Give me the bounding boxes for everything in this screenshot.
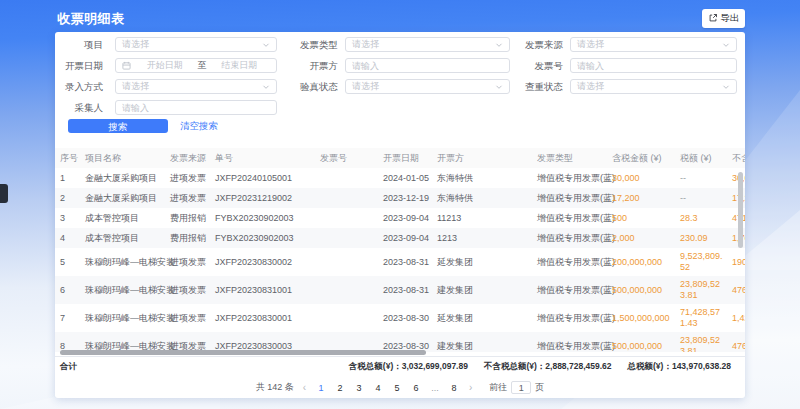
invoice-number-input[interactable] <box>577 61 730 71</box>
page-button[interactable]: 5 <box>391 383 403 393</box>
horizontal-scrollbar-thumb[interactable] <box>60 350 426 355</box>
invoice-type-select[interactable]: 请选择 <box>345 37 510 52</box>
cell-issuer: 建发集团 <box>437 332 537 352</box>
pagination-pages: 123456...8 <box>315 383 460 393</box>
cell-project: 珠穆朗玛峰—电梯安装 <box>85 276 170 304</box>
cell-issuer: 东海特供 <box>437 168 537 188</box>
table-header-row: 序号 项目名称 发票来源 单号 发票号 开票日期 开票方 发票类型 含税金额 (… <box>55 148 745 168</box>
cell-issuer: 延发集团 <box>437 304 537 332</box>
filter-label-invoice-type: 发票类型 <box>285 37 338 52</box>
date-range-separator: 至 <box>196 59 209 72</box>
chevron-down-icon <box>722 41 730 49</box>
invoice-source-select[interactable]: 请选择 <box>570 37 737 52</box>
entry-method-select[interactable]: 请选择 <box>115 79 277 94</box>
table-row: 7珠穆朗玛峰—电梯安装进项发票JXFP202308300012023-08-30… <box>55 304 745 332</box>
col-header-amount-with-tax: 含税金额 (¥) <box>612 148 680 168</box>
cell-project: 金融大厦采购项目 <box>85 188 170 208</box>
cell-invoice_no <box>320 248 383 276</box>
export-button-label: 导出 <box>721 12 740 25</box>
filter-label-verify-status: 验真状态 <box>285 79 338 94</box>
table-row: 2金融大厦采购项目进项发票JXFP202312190022023-12-19东海… <box>55 188 745 208</box>
next-page-button[interactable]: › <box>467 382 474 393</box>
chevron-down-icon <box>495 41 503 49</box>
filter-label-dup-check-status: 查重状态 <box>510 79 563 94</box>
goto-page-input[interactable] <box>511 381 531 394</box>
cell-tax: 23,809,523.81 <box>680 276 732 304</box>
sidebar-collapse-handle[interactable] <box>0 184 8 203</box>
cell-source: 进项发票 <box>170 168 215 188</box>
cell-invoice_no <box>320 304 383 332</box>
cell-source: 进项发票 <box>170 248 215 276</box>
cell-tax: 28.3 <box>680 208 732 228</box>
collector-input-wrap <box>115 100 277 115</box>
pagination: 共 142 条 ‹ 123456...8 › 前往 页 <box>55 377 745 398</box>
cell-tax: 71,428,571.43 <box>680 304 732 332</box>
end-date-placeholder: 结束日期 <box>209 59 271 72</box>
table-row: 6珠穆朗玛峰—电梯安装进项发票JXFP202308310012023-08-31… <box>55 276 745 304</box>
calendar-icon <box>122 61 131 70</box>
cell-date: 2023-08-31 <box>383 276 437 304</box>
cell-order_no: JXFP20230830003 <box>215 332 320 352</box>
cell-type: 增值税专用发票(蓝) <box>537 276 612 304</box>
filter-label-invoice-number: 发票号 <box>510 58 563 73</box>
summary-row: 合计 含税总额(¥)：3,032,699,097.89 不含税总额(¥)：2,8… <box>55 356 745 377</box>
cell-amount_with_tax: 500,000,000 <box>612 332 680 352</box>
cell-order_no: FYBX20230902003 <box>215 228 320 248</box>
cell-tax: 230.09 <box>680 228 732 248</box>
cell-date: 2023-08-30 <box>383 332 437 352</box>
collector-input[interactable] <box>122 103 270 113</box>
cell-amount_without_tax: 190,476,190.48 <box>732 248 745 276</box>
project-select[interactable]: 请选择 <box>115 37 277 52</box>
cell-order_no: JXFP20231219002 <box>215 188 320 208</box>
cell-no: 7 <box>55 304 85 332</box>
clear-search-button[interactable]: 清空搜索 <box>180 119 218 133</box>
cell-order_no: JXFP20240105001 <box>215 168 320 188</box>
issuer-input-wrap <box>345 58 510 73</box>
page-button[interactable]: 2 <box>334 383 346 393</box>
prev-page-button[interactable]: ‹ <box>301 382 308 393</box>
page-button[interactable]: 1 <box>315 383 327 393</box>
cell-source: 进项发票 <box>170 304 215 332</box>
issuer-input[interactable] <box>352 61 503 71</box>
cell-issuer: 东海特供 <box>437 188 537 208</box>
export-icon <box>708 13 718 25</box>
page-button[interactable]: 4 <box>372 383 384 393</box>
cell-amount_with_tax: 2,000 <box>612 228 680 248</box>
cell-date: 2023-09-04 <box>383 208 437 228</box>
summary-label: 合计 <box>55 361 77 373</box>
page-button[interactable]: 3 <box>353 383 365 393</box>
cell-amount_with_tax: 30,000 <box>612 168 680 188</box>
page-button[interactable]: 8 <box>448 383 460 393</box>
filter-label-entry-method: 录入方式 <box>55 79 103 94</box>
cell-project: 珠穆朗玛峰—电梯安装 <box>85 304 170 332</box>
filter-label-issuer: 开票方 <box>285 58 338 73</box>
cell-type: 增值税专用发票(蓝) <box>537 228 612 248</box>
filter-label-project: 项目 <box>55 37 103 52</box>
cell-amount_without_tax: 476,190,476.19 <box>732 332 745 352</box>
search-button[interactable]: 搜索 <box>68 119 168 133</box>
chevron-down-icon <box>722 83 730 91</box>
verify-status-select[interactable]: 请选择 <box>345 79 510 94</box>
cell-type: 增值税专用发票(蓝) <box>537 168 612 188</box>
cell-project: 珠穆朗玛峰—电梯安装 <box>85 248 170 276</box>
invoice-date-range-picker[interactable]: 开始日期 至 结束日期 <box>115 58 277 73</box>
goto-suffix: 页 <box>535 381 544 394</box>
page-title: 收票明细表 <box>57 10 125 28</box>
vertical-scrollbar-thumb[interactable] <box>738 172 743 248</box>
page-ellipsis: ... <box>429 383 441 393</box>
table-body: 1金融大厦采购项目进项发票JXFP202401050012024-01-05东海… <box>55 168 745 352</box>
col-header-no: 序号 <box>55 148 85 168</box>
cell-no: 3 <box>55 208 85 228</box>
cell-no: 1 <box>55 168 85 188</box>
dup-check-status-select[interactable]: 请选择 <box>570 79 737 94</box>
page-button[interactable]: 6 <box>410 383 422 393</box>
export-button[interactable]: 导出 <box>702 9 745 28</box>
cell-no: 8 <box>55 332 85 352</box>
table-row: 4成本管控项目费用报销FYBX202309020032023-09-041213… <box>55 228 745 248</box>
cell-project: 珠穆朗玛峰—电梯安装 <box>85 332 170 352</box>
cell-project: 金融大厦采购项目 <box>85 168 170 188</box>
cell-invoice_no <box>320 208 383 228</box>
cell-source: 进项发票 <box>170 188 215 208</box>
chevron-down-icon <box>495 83 503 91</box>
cell-tax: -- <box>680 168 732 188</box>
